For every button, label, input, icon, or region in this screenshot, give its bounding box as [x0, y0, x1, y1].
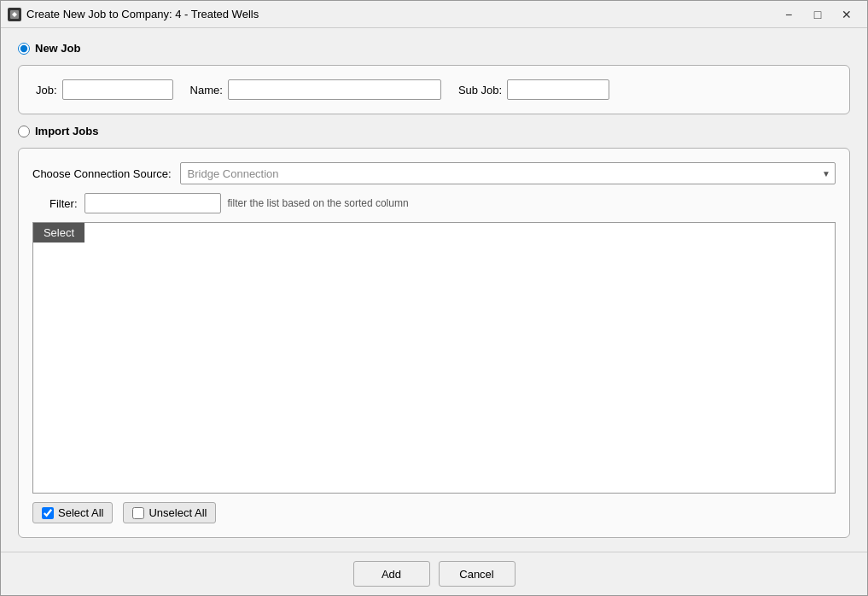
name-field-group: Name: [190, 79, 441, 100]
name-label: Name: [190, 84, 223, 96]
new-job-radio[interactable] [18, 43, 30, 55]
filter-hint: filter the list based on the sorted colu… [228, 197, 409, 209]
window-title: Create New Job to Company: 4 - Treated W… [26, 8, 259, 20]
unselect-all-group[interactable]: Unselect All [123, 502, 216, 523]
job-input[interactable] [62, 79, 173, 100]
import-jobs-section-header: Import Jobs [18, 125, 850, 137]
new-job-radio-label[interactable]: New Job [18, 42, 850, 55]
select-all-checkbox[interactable] [42, 507, 54, 519]
name-input[interactable] [228, 79, 441, 100]
filter-row: Filter: filter the list based on the sor… [32, 193, 836, 213]
filter-label: Filter: [50, 197, 78, 210]
title-bar-controls: − □ ✕ [775, 4, 860, 25]
new-job-label: New Job [35, 42, 80, 55]
connection-row: Choose Connection Source: Bridge Connect… [32, 162, 836, 184]
job-label: Job: [36, 84, 57, 96]
select-all-group[interactable]: Select All [32, 502, 113, 523]
jobs-list: Select [32, 222, 836, 494]
subjob-input[interactable] [507, 79, 609, 100]
bottom-checkboxes: Select All Unselect All [32, 502, 836, 523]
import-jobs-radio[interactable] [18, 126, 30, 137]
title-bar-left: Create New Job to Company: 4 - Treated W… [8, 8, 259, 21]
main-content: New Job Job: Name: Sub Job: Import Jobs [1, 28, 867, 552]
new-job-section: New Job [18, 42, 850, 55]
new-job-box: Job: Name: Sub Job: [18, 65, 850, 114]
close-button[interactable]: ✕ [833, 4, 860, 25]
cancel-button[interactable]: Cancel [439, 561, 516, 587]
job-field-group: Job: [36, 79, 173, 100]
add-button[interactable]: Add [353, 561, 430, 587]
list-body[interactable] [33, 242, 835, 493]
maximize-button[interactable]: □ [804, 4, 831, 25]
main-window: Create New Job to Company: 4 - Treated W… [0, 0, 868, 596]
unselect-all-label: Unselect All [149, 506, 207, 519]
connection-label: Choose Connection Source: [32, 167, 172, 180]
minimize-button[interactable]: − [775, 4, 802, 25]
subjob-field-group: Sub Job: [458, 79, 609, 100]
connection-select-wrapper: Bridge Connection ▼ [180, 162, 836, 184]
title-bar: Create New Job to Company: 4 - Treated W… [1, 1, 867, 28]
connection-select[interactable]: Bridge Connection [180, 162, 836, 184]
filter-input[interactable] [84, 193, 221, 213]
list-column-header: Select [33, 223, 84, 242]
import-jobs-radio-label[interactable]: Import Jobs [18, 125, 850, 137]
unselect-all-checkbox[interactable] [132, 507, 144, 519]
app-icon [8, 8, 21, 21]
select-all-label: Select All [58, 506, 103, 519]
import-jobs-box: Choose Connection Source: Bridge Connect… [18, 148, 850, 538]
footer: Add Cancel [1, 552, 867, 595]
import-jobs-label: Import Jobs [35, 125, 98, 137]
subjob-label: Sub Job: [458, 84, 502, 96]
